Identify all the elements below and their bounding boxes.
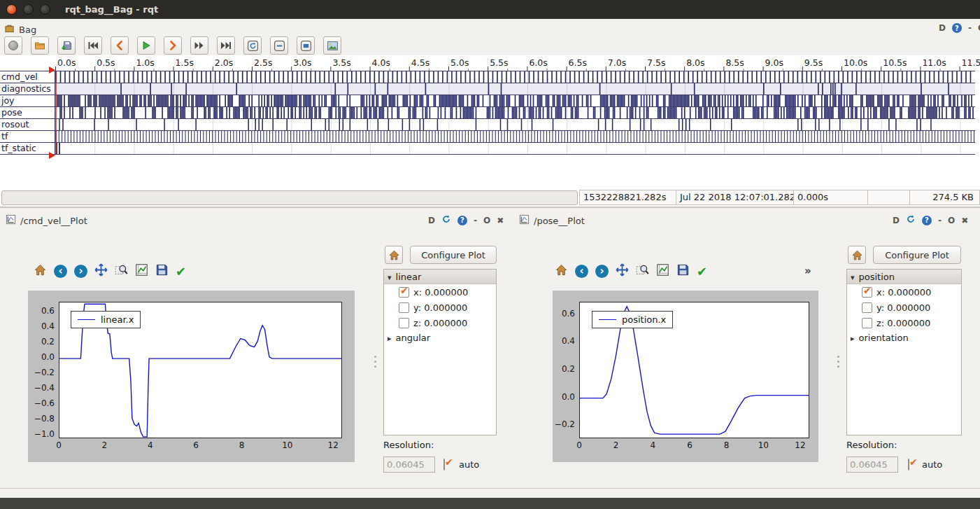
toolbar-overflow-icon[interactable]: » bbox=[804, 265, 811, 277]
minimize-icon[interactable]: - bbox=[968, 23, 972, 33]
save-figure-icon[interactable] bbox=[676, 263, 690, 279]
plot-home-button[interactable] bbox=[848, 246, 866, 264]
refresh-icon[interactable] bbox=[441, 214, 451, 226]
record-button[interactable] bbox=[4, 36, 22, 55]
step-forward-button[interactable] bbox=[164, 36, 182, 55]
message-track[interactable] bbox=[55, 143, 975, 154]
fast-forward-button[interactable] bbox=[190, 36, 208, 55]
subplots-icon[interactable] bbox=[135, 263, 148, 279]
pose-plot-canvas[interactable]: position.x 0246810120.60.40.20.0−0.2 bbox=[553, 291, 818, 462]
window-close-button[interactable] bbox=[6, 4, 17, 15]
float-icon[interactable]: O bbox=[483, 216, 490, 225]
topic-label: tf_static bbox=[0, 143, 55, 154]
dock-icon[interactable]: D bbox=[939, 23, 946, 33]
checkbox[interactable] bbox=[399, 287, 409, 298]
open-bag-button[interactable] bbox=[31, 36, 49, 55]
close-icon[interactable]: ✖ bbox=[961, 216, 968, 225]
help-icon[interactable]: ? bbox=[457, 216, 467, 225]
playhead-marker-bottom-icon[interactable] bbox=[49, 152, 55, 159]
splitter-handle[interactable] bbox=[837, 354, 839, 369]
thumbnails-button[interactable] bbox=[323, 36, 341, 55]
autoscroll-check-icon[interactable]: ✔ bbox=[176, 264, 186, 279]
playhead-marker-top-icon[interactable] bbox=[49, 67, 55, 74]
forward-icon[interactable]: › bbox=[74, 265, 87, 278]
resolution-input[interactable] bbox=[383, 456, 435, 473]
tree-group-linear[interactable]: linear bbox=[384, 270, 496, 284]
skip-start-button[interactable] bbox=[84, 36, 102, 55]
tree-item-x[interactable]: x: 0.000000 bbox=[847, 284, 961, 300]
auto-checkbox[interactable] bbox=[443, 459, 445, 470]
timeline-row-cmd_vel[interactable]: cmd_vel bbox=[0, 71, 975, 83]
timeline-scrollbar[interactable] bbox=[1, 190, 578, 205]
save-figure-icon[interactable] bbox=[155, 263, 169, 279]
y-tick-label: −0.8 bbox=[34, 414, 55, 424]
plot-axes[interactable]: position.x bbox=[579, 302, 809, 438]
checkbox[interactable] bbox=[399, 302, 409, 313]
timeline-row-pose[interactable]: pose bbox=[0, 107, 975, 119]
back-icon[interactable]: ‹ bbox=[54, 265, 67, 278]
configure-plot-button[interactable]: Configure Plot bbox=[873, 246, 961, 264]
timeline-row-diagnostics[interactable]: diagnostics bbox=[0, 83, 975, 95]
tree-group-orientation[interactable]: orientation bbox=[847, 330, 961, 345]
timeline-row-tf[interactable]: tf bbox=[0, 131, 975, 143]
timeline-ruler[interactable]: 0.0s0.5s1.0s1.5s2.0s2.5s3.0s3.5s4.0s4.5s… bbox=[55, 55, 975, 71]
help-icon[interactable]: ? bbox=[922, 216, 932, 225]
auto-checkbox[interactable] bbox=[908, 459, 909, 470]
pan-icon[interactable] bbox=[616, 263, 629, 279]
zoom-rect-icon[interactable] bbox=[636, 263, 649, 279]
close-icon[interactable]: ✖ bbox=[497, 216, 504, 225]
window-maximize-button[interactable] bbox=[40, 4, 50, 15]
autoscroll-check-icon[interactable]: ✔ bbox=[697, 264, 707, 279]
float-icon[interactable]: O bbox=[948, 216, 955, 225]
timeline-row-joy[interactable]: joy bbox=[0, 95, 975, 107]
minimize-icon[interactable]: - bbox=[474, 216, 477, 225]
status-spare bbox=[867, 190, 909, 205]
minimize-icon[interactable]: - bbox=[938, 216, 942, 225]
cmdvel-plot-canvas[interactable]: linear.x 0246810120.60.40.20.0−0.2−0.4−0… bbox=[28, 291, 355, 462]
message-track[interactable] bbox=[55, 119, 975, 130]
pan-icon[interactable] bbox=[94, 263, 108, 279]
tree-item-z[interactable]: z: 0.000000 bbox=[384, 315, 496, 330]
checkbox[interactable] bbox=[862, 287, 872, 298]
home-icon[interactable] bbox=[34, 263, 47, 279]
step-back-button[interactable] bbox=[111, 36, 129, 55]
home-icon[interactable] bbox=[555, 263, 568, 279]
checkbox[interactable] bbox=[862, 302, 872, 313]
message-track[interactable] bbox=[55, 131, 975, 142]
tree-group-position[interactable]: position bbox=[847, 270, 961, 284]
splitter-handle[interactable] bbox=[374, 354, 376, 369]
message-track[interactable] bbox=[55, 95, 975, 106]
zoom-fit-button[interactable] bbox=[297, 36, 315, 55]
tree-item-x[interactable]: x: 0.000000 bbox=[384, 284, 496, 300]
zoom-reset-button[interactable] bbox=[243, 36, 262, 55]
folder-icon bbox=[34, 40, 45, 51]
help-icon[interactable]: ? bbox=[952, 23, 962, 33]
plot-home-button[interactable] bbox=[385, 246, 403, 264]
message-track[interactable] bbox=[55, 107, 975, 118]
zoom-out-button[interactable] bbox=[270, 36, 288, 55]
forward-icon[interactable]: › bbox=[595, 265, 609, 278]
timeline-row-tf_static[interactable]: tf_static bbox=[0, 143, 975, 155]
back-icon[interactable]: ‹ bbox=[575, 265, 588, 278]
subplots-icon[interactable] bbox=[656, 263, 669, 279]
skip-end-button[interactable] bbox=[217, 36, 235, 55]
tree-item-y[interactable]: y: 0.000000 bbox=[847, 300, 961, 315]
message-track[interactable] bbox=[55, 83, 975, 95]
save-bag-button[interactable] bbox=[57, 36, 76, 55]
tree-item-y[interactable]: y: 0.000000 bbox=[384, 300, 496, 315]
tree-item-z[interactable]: z: 0.000000 bbox=[847, 315, 961, 330]
window-minimize-button[interactable] bbox=[23, 4, 34, 15]
configure-plot-button[interactable]: Configure Plot bbox=[410, 246, 497, 264]
timeline-row-rosout[interactable]: rosout bbox=[0, 119, 975, 131]
zoom-rect-icon[interactable] bbox=[115, 263, 128, 279]
dock-icon[interactable]: D bbox=[428, 216, 435, 225]
message-track[interactable] bbox=[55, 71, 975, 83]
checkbox[interactable] bbox=[399, 318, 409, 328]
resolution-input[interactable] bbox=[846, 456, 898, 473]
checkbox[interactable] bbox=[862, 318, 872, 328]
plot-axes[interactable]: linear.x bbox=[59, 302, 342, 438]
dock-icon[interactable]: D bbox=[893, 216, 900, 225]
tree-group-angular[interactable]: angular bbox=[384, 330, 496, 345]
play-button[interactable] bbox=[137, 36, 155, 55]
refresh-icon[interactable] bbox=[906, 214, 916, 226]
